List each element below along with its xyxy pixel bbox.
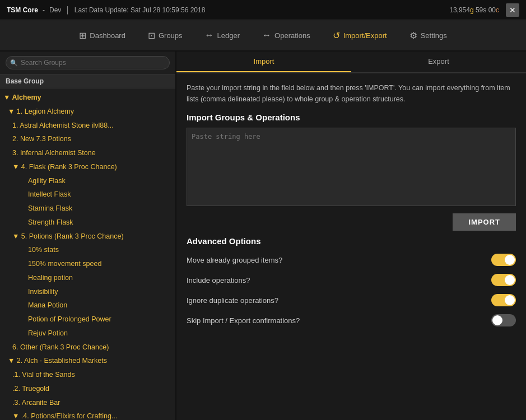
tree-item-mana-potion[interactable]: Mana Potion — [0, 298, 175, 312]
nav-label-groups: Groups — [159, 31, 183, 40]
toggle-include-operations[interactable] — [491, 274, 516, 286]
nav-label-ledger: Ledger — [217, 31, 240, 40]
app-dev: Dev — [49, 6, 61, 14]
app-env: - — [43, 6, 45, 14]
advanced-options-title: Advanced Options — [187, 236, 516, 246]
import-description: Paste your import string in the field be… — [187, 82, 516, 105]
app-name: TSM Core — [7, 6, 38, 14]
tree-item-infernal[interactable]: 3. Infernal Alchemist Stone — [0, 146, 175, 160]
title-bar-left: TSM Core - Dev │ Last Data Update: Sat J… — [7, 6, 205, 14]
nav-item-groups[interactable]: ⊡Groups — [137, 20, 194, 50]
dashboard-icon: ⊞ — [79, 30, 86, 41]
tree-item-arcanite-bar[interactable]: .3. Arcanite Bar — [0, 396, 175, 410]
nav-label-importexport: Import/Export — [343, 31, 387, 40]
nav-label-operations: Operations — [274, 31, 310, 40]
option-label-move-grouped: Move already grouped items? — [187, 256, 282, 264]
tree-item-vial-sands[interactable]: .1. Vial of the Sands — [0, 368, 175, 382]
settings-icon: ⚙ — [409, 30, 417, 41]
tree-item-intellect-flask[interactable]: Intellect Flask — [0, 188, 175, 202]
tree-item-astral[interactable]: 1. Astral Alchemist Stone ilvl88... — [0, 119, 175, 133]
paste-area[interactable] — [187, 128, 516, 206]
tree-item-potions-rank3[interactable]: ▼ 5. Potions (Rank 3 Proc Chance) — [0, 230, 175, 244]
content-tabs: ImportExport — [176, 52, 526, 73]
tab-import[interactable]: Import — [176, 52, 351, 72]
option-label-ignore-duplicate: Ignore duplicate operations? — [187, 296, 278, 305]
search-wrapper — [6, 56, 170, 69]
tree: ▼ Alchemy▼ 1. Legion Alchemy1. Astral Al… — [0, 88, 175, 420]
tree-item-agility-flask[interactable]: Agility Flask — [0, 174, 175, 188]
main-layout: Base Group ▼ Alchemy▼ 1. Legion Alchemy1… — [0, 52, 526, 420]
nav-item-dashboard[interactable]: ⊞Dashboard — [68, 20, 137, 50]
last-update: Last Data Update: Sat Jul 28 10:59:56 20… — [75, 6, 206, 14]
option-label-include-operations: Include operations? — [187, 276, 250, 284]
toggle-skip-confirmations[interactable] — [491, 314, 516, 326]
option-label-skip-confirmations: Skip Import / Export confirmations? — [187, 316, 300, 325]
option-row-include-operations: Include operations? — [187, 274, 516, 286]
title-bar-right: 13,954g 59s 00c ✕ — [449, 3, 519, 17]
base-group-label: Base Group — [0, 74, 175, 88]
import-button[interactable]: IMPORT — [453, 213, 516, 231]
nav-label-settings: Settings — [421, 31, 447, 40]
content-body: Paste your import string in the field be… — [176, 73, 526, 420]
toggle-ignore-duplicate[interactable] — [491, 294, 516, 306]
tree-item-alch-established[interactable]: ▼ 2. Alch - Established Markets — [0, 354, 175, 368]
option-row-skip-confirmations: Skip Import / Export confirmations? — [187, 314, 516, 326]
tree-item-truegold[interactable]: .2. Truegold — [0, 382, 175, 396]
tree-item-rejuv-potion[interactable]: Rejuv Potion — [0, 326, 175, 340]
toggle-move-grouped[interactable] — [491, 254, 516, 266]
tree-item-healing-potion[interactable]: Healing potion — [0, 271, 175, 285]
tree-item-10pct-stats[interactable]: 10% stats — [0, 243, 175, 257]
sidebar: Base Group ▼ Alchemy▼ 1. Legion Alchemy1… — [0, 52, 176, 420]
importexport-icon: ↺ — [333, 30, 340, 41]
tree-item-potions-elixirs[interactable]: ▼ .4. Potions/Elixirs for Crafting... — [0, 409, 175, 420]
nav-item-settings[interactable]: ⚙Settings — [398, 20, 458, 50]
tree-item-stamina-flask[interactable]: Stamina Flask — [0, 202, 175, 216]
search-bar — [0, 52, 175, 74]
groups-icon: ⊡ — [148, 30, 155, 41]
tree-item-invisibility[interactable]: Invisibility — [0, 285, 175, 299]
operations-icon: ↔ — [262, 30, 271, 40]
tree-item-flask-rank3[interactable]: ▼ 4. Flask (Rank 3 Proc Chance) — [0, 160, 175, 174]
title-bar: TSM Core - Dev │ Last Data Update: Sat J… — [0, 0, 526, 20]
tree-item-strength-flask[interactable]: Strength Flask — [0, 216, 175, 230]
tree-item-other-rank3[interactable]: 6. Other (Rank 3 Proc Chance) — [0, 340, 175, 354]
tab-export[interactable]: Export — [351, 52, 526, 72]
separator: │ — [66, 6, 70, 14]
options-list: Move already grouped items?Include opera… — [187, 254, 516, 326]
option-row-ignore-duplicate: Ignore duplicate operations? — [187, 294, 516, 306]
tree-item-new-73[interactable]: 2. New 7.3 Potions — [0, 132, 175, 146]
ledger-icon: ↔ — [205, 30, 214, 40]
gold-amount: 13,954g 59s 00c — [449, 6, 499, 14]
search-input[interactable] — [6, 56, 170, 69]
nav-label-dashboard: Dashboard — [90, 31, 125, 40]
tree-item-alchemy[interactable]: ▼ Alchemy — [0, 91, 175, 105]
nav-item-operations[interactable]: ↔Operations — [251, 20, 322, 50]
close-button[interactable]: ✕ — [506, 3, 519, 17]
tree-item-legion-alchemy[interactable]: ▼ 1. Legion Alchemy — [0, 105, 175, 119]
tree-item-potion-prolonged[interactable]: Potion of Prolonged Power — [0, 312, 175, 326]
tree-item-150pct-movement[interactable]: 150% movement speed — [0, 257, 175, 271]
section-title: Import Groups & Operations — [187, 113, 516, 122]
nav-item-importexport[interactable]: ↺Import/Export — [322, 20, 398, 50]
nav-item-ledger[interactable]: ↔Ledger — [194, 20, 251, 50]
nav-bar: ⊞Dashboard⊡Groups↔Ledger↔Operations↺Impo… — [0, 20, 526, 52]
content-panel: ImportExport Paste your import string in… — [176, 52, 526, 420]
option-row-move-grouped: Move already grouped items? — [187, 254, 516, 266]
